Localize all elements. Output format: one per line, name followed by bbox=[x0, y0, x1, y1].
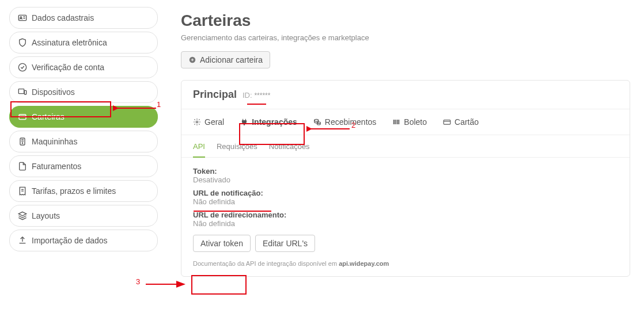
doc-link[interactable]: api.widepay.com bbox=[339, 260, 389, 267]
barcode-icon bbox=[392, 118, 400, 126]
credit-card-icon bbox=[443, 118, 451, 126]
plus-circle-icon bbox=[188, 56, 196, 64]
card-reader-icon bbox=[18, 137, 27, 146]
file-icon bbox=[18, 162, 27, 171]
token-label: Token: bbox=[193, 167, 618, 175]
activate-token-button[interactable]: Ativar token bbox=[193, 235, 251, 252]
sidebar-item-tarifas[interactable]: Tarifas, prazos e limites bbox=[9, 180, 158, 202]
wallet-card-header: Principal ID: ****** bbox=[181, 81, 630, 109]
tab-label: Boleto bbox=[404, 117, 427, 127]
sidebar-item-importacao[interactable]: Importação de dados bbox=[9, 230, 158, 251]
sidebar-item-layouts[interactable]: Layouts bbox=[9, 205, 158, 227]
annotation-arrow-3 bbox=[143, 280, 189, 291]
tab-boleto[interactable]: Boleto bbox=[392, 117, 427, 127]
svg-rect-0 bbox=[18, 15, 26, 20]
tab-cartao[interactable]: Cartão bbox=[443, 117, 479, 127]
svg-rect-5 bbox=[18, 89, 24, 94]
redirect-url-label: URL de redirecionamento: bbox=[193, 211, 618, 219]
tab-label: Cartão bbox=[454, 117, 479, 127]
sidebar-item-verificacao[interactable]: Verificação de conta bbox=[9, 56, 158, 78]
sidebar-item-label: Dispositivos bbox=[32, 87, 75, 97]
api-doc-note: Documentação da API de integração dispon… bbox=[193, 260, 618, 267]
sidebar-item-label: Layouts bbox=[32, 211, 60, 220]
page-subtitle: Gerenciamento das carteiras, integrações… bbox=[181, 33, 630, 42]
sidebar-item-label: Assinatura eletrônica bbox=[32, 38, 107, 47]
sidebar-item-dados-cadastrais[interactable]: Dados cadastrais bbox=[9, 7, 158, 29]
annotation-box-3 bbox=[191, 275, 247, 295]
add-wallet-label: Adicionar carteira bbox=[200, 55, 263, 64]
shield-icon bbox=[18, 38, 27, 47]
svg-rect-24 bbox=[444, 120, 450, 125]
annotation-label-1: 1 bbox=[157, 100, 161, 109]
annotation-label-2: 2 bbox=[351, 121, 355, 129]
token-value: Desativado bbox=[193, 175, 618, 184]
notify-url-label: URL de notificação: bbox=[193, 189, 618, 197]
doc-prefix: Documentação da API de integração dispon… bbox=[193, 260, 339, 267]
annotation-arrow-2 bbox=[306, 124, 353, 136]
annotation-box-1 bbox=[10, 101, 111, 117]
wallet-id-label: ID: bbox=[243, 91, 252, 100]
svg-rect-6 bbox=[24, 90, 26, 94]
receipt-icon bbox=[18, 186, 27, 196]
svg-point-11 bbox=[22, 143, 22, 143]
annotation-label-3: 3 bbox=[136, 277, 140, 286]
sidebar-item-maquininhas[interactable]: Maquininhas bbox=[9, 131, 158, 152]
wallet-name: Principal bbox=[193, 89, 237, 101]
sidebar-item-label: Tarifas, prazos e limites bbox=[32, 186, 116, 196]
sidebar-item-faturamentos[interactable]: Faturamentos bbox=[9, 155, 158, 177]
tab-label: Geral bbox=[204, 117, 224, 127]
sidebar-item-assinatura[interactable]: Assinatura eletrônica bbox=[9, 32, 158, 54]
edit-urls-button[interactable]: Editar URL's bbox=[255, 235, 315, 252]
check-circle-icon bbox=[18, 63, 27, 72]
id-card-icon bbox=[18, 13, 27, 22]
upload-icon bbox=[18, 236, 27, 245]
page-title: Carteiras bbox=[181, 12, 630, 30]
subtab-api[interactable]: API bbox=[193, 142, 205, 158]
sidebar-item-label: Maquininhas bbox=[32, 137, 77, 146]
annotation-underline-token bbox=[194, 211, 271, 212]
sidebar-item-label: Importação de dados bbox=[32, 236, 108, 245]
sidebar-item-label: Faturamentos bbox=[32, 162, 81, 171]
add-wallet-button[interactable]: Adicionar carteira bbox=[181, 51, 270, 68]
wallet-card: Principal ID: ****** Geral Integrações R… bbox=[181, 80, 630, 277]
sidebar-item-label: Dados cadastrais bbox=[32, 13, 94, 22]
annotation-box-2 bbox=[239, 123, 305, 145]
tab-geral[interactable]: Geral bbox=[193, 117, 224, 127]
annotation-underline-id bbox=[247, 104, 266, 105]
sidebar: Dados cadastrais Assinatura eletrônica V… bbox=[0, 0, 167, 336]
redirect-url-value: Não definida bbox=[193, 219, 618, 228]
notify-url-value: Não definida bbox=[193, 197, 618, 206]
api-panel: Token: Desativado URL de notificação: Nã… bbox=[181, 158, 630, 276]
svg-point-4 bbox=[18, 63, 26, 71]
svg-point-16 bbox=[315, 119, 319, 121]
sidebar-item-label: Verificação de conta bbox=[32, 63, 104, 72]
svg-point-15 bbox=[196, 121, 198, 123]
layers-icon bbox=[18, 211, 27, 220]
sidebar-item-dispositivos[interactable]: Dispositivos bbox=[9, 81, 158, 103]
wallet-id-value: ****** bbox=[254, 91, 270, 100]
annotation-arrow-1 bbox=[113, 104, 159, 115]
svg-point-1 bbox=[20, 17, 22, 18]
gear-icon bbox=[193, 118, 201, 126]
devices-icon bbox=[18, 87, 27, 97]
